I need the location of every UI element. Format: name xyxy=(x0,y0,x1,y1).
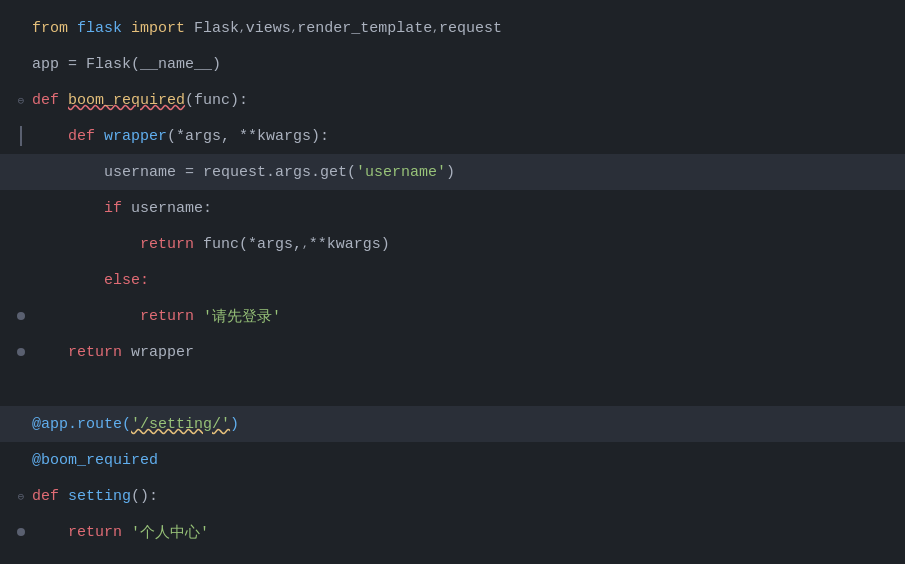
code-content: app = Flask(__name__) xyxy=(32,56,905,73)
token-plain: render_template xyxy=(297,20,432,37)
token-kw-return: return xyxy=(140,308,203,325)
token-kw-def: def xyxy=(32,488,68,505)
token-decorator: @app.route( xyxy=(32,416,131,433)
token-string-cn: '请先登录' xyxy=(203,307,281,326)
token-string: 'username' xyxy=(356,164,446,181)
token-plain: (): xyxy=(131,488,158,505)
token-string-cn: '个人中心' xyxy=(131,523,209,542)
gutter xyxy=(10,348,32,356)
gutter xyxy=(10,312,32,320)
token-kw-return: return xyxy=(68,344,131,361)
token-comma-dot: , xyxy=(239,22,246,34)
code-line: @boom_required xyxy=(0,442,905,478)
token-underscore: __name__ xyxy=(140,56,212,73)
token-fn-boom: boom_required xyxy=(68,92,185,109)
token-plain: **kwargs) xyxy=(309,236,390,253)
code-lines: from flask import Flask,views,render_tem… xyxy=(0,0,905,560)
indent-dot xyxy=(17,312,25,320)
token-route-path: '/setting/' xyxy=(131,416,230,433)
token-plain: (*args, **kwargs): xyxy=(167,128,329,145)
token-plain: username: xyxy=(131,200,212,217)
token-plain: Flask xyxy=(185,20,239,37)
fold-arrow-icon[interactable]: ⊖ xyxy=(18,94,25,107)
token-kw-else: else: xyxy=(104,272,149,289)
indent-dot xyxy=(17,528,25,536)
token-comma-dot: , xyxy=(432,22,439,34)
code-line: from flask import Flask,views,render_tem… xyxy=(0,10,905,46)
code-line: @app.route('/setting/') xyxy=(0,406,905,442)
code-line: if username: xyxy=(0,190,905,226)
token-kw-import: import xyxy=(131,20,185,37)
indent-dot xyxy=(17,348,25,356)
gutter: ⊖ xyxy=(10,490,32,503)
token-fn-name: setting xyxy=(68,488,131,505)
gutter xyxy=(10,528,32,536)
token-kw-if: if xyxy=(104,200,131,217)
token-kw-return: return xyxy=(68,524,131,541)
token-module: flask xyxy=(77,20,122,37)
token-fn-name: wrapper xyxy=(104,128,167,145)
code-line: ⊖def setting(): xyxy=(0,478,905,514)
token-plain: request xyxy=(439,20,502,37)
code-line xyxy=(0,370,905,406)
code-line: def wrapper(*args, **kwargs): xyxy=(0,118,905,154)
token-kw-def: def xyxy=(68,128,104,145)
token-decorator: ) xyxy=(230,416,239,433)
token-decorator: @boom_required xyxy=(32,452,158,469)
code-line: app = Flask(__name__) xyxy=(0,46,905,82)
token-kw-from: from xyxy=(32,20,77,37)
code-editor: from flask import Flask,views,render_tem… xyxy=(0,0,905,564)
token-plain: func(*args, xyxy=(203,236,302,253)
token-comma-dot: , xyxy=(291,22,298,34)
code-line: return func(*args,,**kwargs) xyxy=(0,226,905,262)
code-content: @app.route('/setting/') xyxy=(32,416,905,433)
token-kw-return: return xyxy=(140,236,203,253)
token-plain: ) xyxy=(446,164,455,181)
code-content: def boom_required(func): xyxy=(32,92,905,109)
code-content: def wrapper(*args, **kwargs): xyxy=(32,128,905,145)
code-content: return func(*args,,**kwargs) xyxy=(32,236,905,253)
code-line: else: xyxy=(0,262,905,298)
token-plain: views xyxy=(246,20,291,37)
code-content: @boom_required xyxy=(32,452,905,469)
gutter xyxy=(10,126,32,146)
token-plain: app = Flask( xyxy=(32,56,140,73)
code-content: return '个人中心' xyxy=(32,523,905,542)
code-content: else: xyxy=(32,272,905,289)
code-content: def setting(): xyxy=(32,488,905,505)
code-line: username = request.args.get('username') xyxy=(0,154,905,190)
code-line: return '请先登录' xyxy=(0,298,905,334)
gutter: ⊖ xyxy=(10,94,32,107)
token-plain: ) xyxy=(212,56,221,73)
code-content: return wrapper xyxy=(32,344,905,361)
indent-line xyxy=(20,126,22,146)
token-plain: (func): xyxy=(185,92,248,109)
code-content: return '请先登录' xyxy=(32,307,905,326)
fold-arrow-icon[interactable]: ⊖ xyxy=(18,490,25,503)
code-line: return '个人中心' xyxy=(0,514,905,550)
code-content: if username: xyxy=(32,200,905,217)
token-comma-dot: , xyxy=(302,238,309,250)
token-plain: wrapper xyxy=(131,344,194,361)
code-content: from flask import Flask,views,render_tem… xyxy=(32,20,905,37)
code-line: ⊖def boom_required(func): xyxy=(0,82,905,118)
token-plain: username = request.args.get( xyxy=(104,164,356,181)
token-kw-def: def xyxy=(32,92,68,109)
token-plain xyxy=(122,20,131,37)
code-content: username = request.args.get('username') xyxy=(32,164,905,181)
code-line: return wrapper xyxy=(0,334,905,370)
